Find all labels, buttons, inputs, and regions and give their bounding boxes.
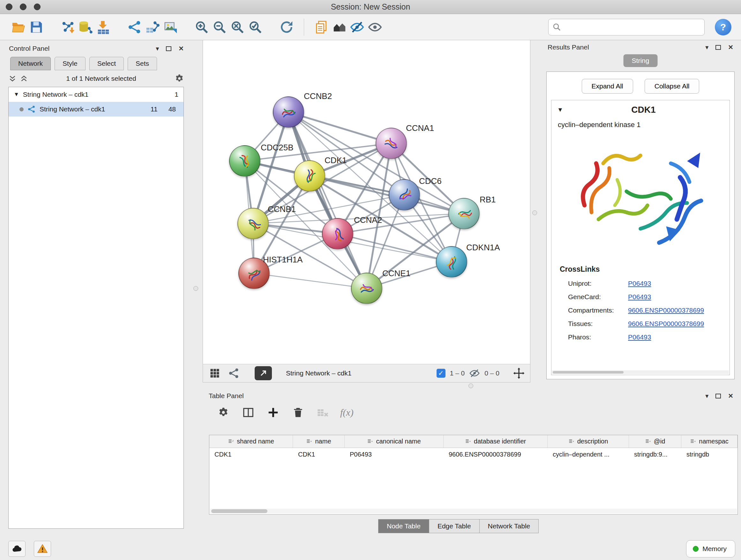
- show-graphics-button[interactable]: [366, 18, 384, 36]
- cell-name[interactable]: CDK1: [293, 451, 345, 458]
- cell-namespace[interactable]: stringdb: [681, 451, 738, 458]
- tab-network-table[interactable]: Network Table: [480, 519, 539, 533]
- left-splitter-handle[interactable]: [193, 286, 198, 291]
- window-controls: [6, 3, 41, 10]
- expand-all-button[interactable]: Expand All: [582, 79, 633, 94]
- panel-menu-icon[interactable]: ▾: [705, 44, 709, 51]
- help-button[interactable]: ?: [715, 19, 731, 36]
- delete-column-trash-icon[interactable]: [290, 405, 306, 420]
- column-header[interactable]: canonical name: [345, 435, 444, 448]
- expand-all-chevrons-icon[interactable]: [8, 74, 17, 83]
- open-session-button[interactable]: [10, 18, 27, 36]
- panel-menu-icon[interactable]: ▾: [156, 45, 159, 52]
- gear-icon[interactable]: [174, 73, 185, 84]
- collapse-section-icon[interactable]: ▼: [557, 106, 563, 113]
- detach-view-button[interactable]: [255, 366, 272, 380]
- memory-button[interactable]: Memory: [686, 540, 735, 557]
- network-node-cdk1[interactable]: [294, 160, 325, 192]
- network-node-cdkn1a[interactable]: [436, 246, 467, 277]
- cell-id[interactable]: stringdb:9...: [629, 451, 681, 458]
- horizontal-scrollbar[interactable]: [552, 370, 729, 374]
- column-header[interactable]: shared name: [209, 435, 293, 448]
- hide-graphics-button[interactable]: [348, 18, 366, 36]
- import-network-database-button[interactable]: [77, 18, 94, 36]
- column-header[interactable]: database identifier: [444, 435, 548, 448]
- column-header[interactable]: description: [548, 435, 629, 448]
- network-collection-row[interactable]: ▼ String Network – cdk1 1: [9, 87, 184, 102]
- table-row[interactable]: CDK1 CDK1 P06493 9606.ENSP00000378699 cy…: [209, 448, 738, 461]
- close-panel-icon[interactable]: ✕: [728, 393, 733, 399]
- float-panel-icon[interactable]: [166, 46, 172, 51]
- import-table-button[interactable]: [94, 18, 112, 36]
- cloud-status-button[interactable]: [8, 541, 25, 557]
- network-node-cdc6[interactable]: [389, 179, 420, 210]
- tab-sets[interactable]: Sets: [128, 57, 157, 70]
- close-panel-icon[interactable]: ✕: [179, 45, 184, 52]
- network-row-selected[interactable]: String Network – cdk1 11 48: [9, 102, 184, 117]
- network-node-cdc25b[interactable]: [229, 145, 260, 177]
- save-session-button[interactable]: [27, 18, 45, 36]
- cell-shared-name[interactable]: CDK1: [209, 451, 293, 458]
- column-header[interactable]: @id: [629, 435, 681, 448]
- export-image-button[interactable]: [161, 18, 179, 36]
- close-panel-icon[interactable]: ✕: [728, 44, 733, 51]
- search-input[interactable]: [548, 19, 704, 36]
- grid-view-icon[interactable]: [208, 367, 221, 380]
- tab-edge-table[interactable]: Edge Table: [429, 519, 480, 533]
- minimize-window-icon[interactable]: [20, 3, 26, 10]
- close-window-icon[interactable]: [6, 3, 12, 10]
- hidden-eye-slash-icon[interactable]: [469, 368, 480, 379]
- network-node-ccnb1[interactable]: [238, 208, 269, 239]
- float-panel-icon[interactable]: [716, 394, 721, 398]
- collapse-all-button[interactable]: Collapse All: [645, 79, 699, 94]
- tab-style[interactable]: Style: [55, 57, 85, 70]
- pharos-link[interactable]: P06493: [628, 333, 651, 341]
- zoom-out-button[interactable]: [211, 18, 228, 36]
- float-panel-icon[interactable]: [716, 45, 721, 50]
- pan-crosshair-icon[interactable]: [513, 367, 525, 379]
- genecard-link[interactable]: P06493: [628, 293, 651, 301]
- function-builder-icon[interactable]: f(x): [340, 407, 354, 418]
- zoom-fit-button[interactable]: [228, 18, 246, 36]
- network-node-rb1[interactable]: [448, 198, 480, 229]
- tissues-link[interactable]: 9606.ENSP00000378699: [628, 320, 704, 327]
- tab-node-table[interactable]: Node Table: [378, 519, 429, 533]
- network-node-ccna2[interactable]: [322, 218, 353, 249]
- network-from-table-button[interactable]: [144, 18, 161, 36]
- network-canvas[interactable]: CCNB2CCNA1CDC25BCDK1CDC6RB1CCNB1CCNA2CDK…: [203, 40, 530, 364]
- zoom-window-icon[interactable]: [34, 3, 41, 10]
- network-node-ccna1[interactable]: [376, 128, 407, 159]
- collection-expand-icon[interactable]: ▼: [14, 91, 19, 98]
- horizontal-scrollbar[interactable]: [210, 509, 737, 514]
- column-header[interactable]: namespac: [681, 435, 738, 448]
- tab-select[interactable]: Select: [89, 57, 124, 70]
- uniprot-link[interactable]: P06493: [628, 280, 651, 287]
- network-node-ccne1[interactable]: [351, 273, 382, 304]
- new-network-button[interactable]: [126, 18, 144, 36]
- add-column-icon[interactable]: [266, 405, 281, 420]
- cell-database-identifier[interactable]: 9606.ENSP00000378699: [444, 451, 548, 458]
- table-settings-gear-icon[interactable]: [216, 405, 231, 420]
- selected-nodes-checkbox[interactable]: ✓: [436, 369, 446, 378]
- zoom-selected-button[interactable]: [246, 18, 264, 36]
- cell-description[interactable]: cyclin–dependent ...: [548, 451, 629, 458]
- compartments-link[interactable]: 9606.ENSP00000378699: [628, 307, 704, 314]
- tab-network[interactable]: Network: [10, 57, 51, 70]
- cell-canonical-name[interactable]: P06493: [345, 451, 444, 458]
- panel-menu-icon[interactable]: ▾: [705, 393, 709, 399]
- collapse-all-chevrons-icon[interactable]: [20, 74, 28, 83]
- string-tab-badge[interactable]: String: [623, 54, 658, 67]
- import-network-file-button[interactable]: [59, 18, 77, 36]
- column-header[interactable]: name: [293, 435, 345, 448]
- network-view-icon[interactable]: [227, 367, 241, 380]
- control-panel: Control Panel ▾ ✕ Network Style Select S…: [3, 40, 189, 531]
- copy-document-button[interactable]: [313, 18, 330, 36]
- apply-layout-button[interactable]: [278, 18, 295, 36]
- right-splitter-handle[interactable]: [532, 210, 537, 215]
- bottom-splitter-handle[interactable]: [468, 383, 473, 388]
- home-button[interactable]: [330, 18, 348, 36]
- network-node-ccnb2[interactable]: [273, 97, 304, 128]
- warnings-button[interactable]: [34, 541, 51, 557]
- zoom-in-button[interactable]: [193, 18, 211, 36]
- show-columns-icon[interactable]: [241, 405, 256, 420]
